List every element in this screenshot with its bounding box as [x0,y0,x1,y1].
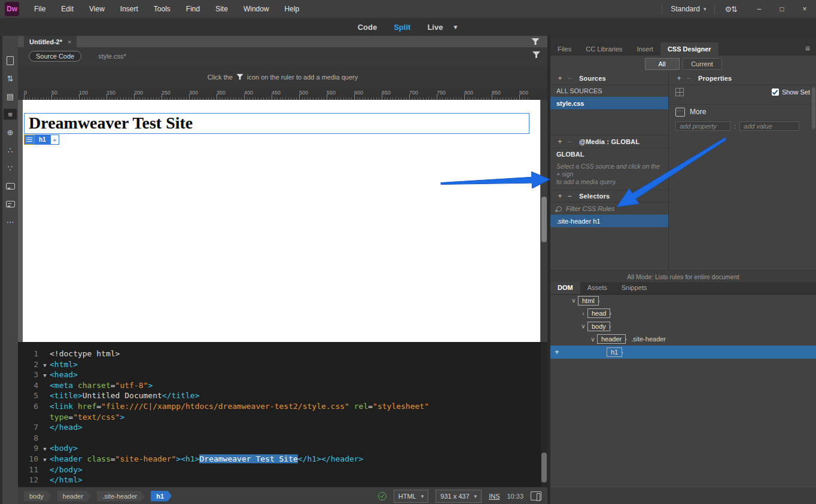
live-source-icon[interactable]: ▤ [4,91,17,102]
panel-tab-css-designer[interactable]: CSS Designer [660,42,718,56]
code-line[interactable]: type="text/css"> [18,412,547,423]
doctype-select[interactable]: HTML▾ [394,490,428,503]
selector-item-site-header-h1[interactable]: .site-header h1 [550,215,668,227]
remove-selector-button[interactable]: − [566,192,573,200]
menu-insert[interactable]: Insert [112,5,146,13]
fold-arrow-icon[interactable]: ▼ [40,455,50,466]
remove-source-button[interactable]: − [566,74,573,83]
tag-selector-header[interactable]: header [57,491,91,502]
dom-node-h1[interactable]: +h1› [550,346,816,359]
view-mode-code[interactable]: Code [358,23,377,32]
layout-category-icon[interactable] [675,88,684,96]
source-item-all[interactable]: ALL SOURCES [550,84,668,97]
code-line[interactable]: 9▼<body> [18,443,547,454]
format-source-icon[interactable]: ≡ [4,109,17,120]
add-media-button[interactable]: + [556,138,564,146]
css-mode-all[interactable]: All [645,58,680,70]
menu-tools[interactable]: Tools [146,5,178,13]
panel-tab-files[interactable]: Files [550,42,578,56]
expander-icon[interactable]: ∨ [579,323,587,329]
view-mode-split[interactable]: Split [394,23,410,32]
remove-media-button[interactable]: − [566,138,573,146]
expander-icon[interactable]: ∨ [589,336,597,343]
close-button[interactable]: × [793,2,816,16]
add-element-button[interactable]: + [50,135,59,145]
panel-tab-cc-libraries[interactable]: CC Libraries [578,42,629,56]
add-property-button[interactable]: + [675,74,683,83]
panel-menu-icon[interactable]: ≡ [805,44,816,56]
element-menu-icon[interactable] [24,135,35,145]
add-source-button[interactable]: + [556,74,564,83]
code-line[interactable]: 10▼<header class="site-header"><h1>Dream… [18,454,547,465]
comment-icon[interactable] [4,181,17,191]
source-item-stylecss[interactable]: style.css [550,97,668,109]
menu-window[interactable]: Window [236,5,277,13]
filter-funnel-icon[interactable] [532,51,540,59]
code-line[interactable]: 6<link href="file:///C|/xampp/htdocs/dre… [18,401,547,412]
show-set-toggle[interactable]: Show Set [772,88,810,96]
design-scrollbar-thumb[interactable] [541,197,547,242]
code-line[interactable]: 3▼<head> [18,369,547,380]
menu-edit[interactable]: Edit [53,5,81,13]
more-options-icon[interactable]: ⋯ [4,216,17,227]
menu-find[interactable]: Find [178,5,208,13]
design-canvas[interactable]: Dreamweaver Test Site h1 + [23,100,540,342]
code-line[interactable]: 5<title>Untitled Document</title> [18,390,547,401]
menu-help[interactable]: Help [277,5,307,13]
sync-settings-icon[interactable]: ⚙⇅ [721,5,741,14]
related-file-stylecss[interactable]: style.css* [98,53,126,60]
view-mode-live[interactable]: Live [427,23,443,32]
file-transfer-icon[interactable]: ⇅ [4,73,17,84]
code-scrollbar[interactable] [541,342,547,487]
code-view[interactable]: 1<!doctype html>2▼<html>3▼<head>4<meta c… [18,342,547,487]
design-scrollbar[interactable] [541,100,547,342]
show-set-checkbox[interactable] [772,88,779,96]
code-line[interactable]: 2▼<html> [18,359,547,370]
document-tab[interactable]: Untitled-2* × [24,36,77,47]
snippets-icon[interactable]: ∵ [4,163,17,173]
code-line[interactable]: 8 [18,433,547,444]
expander-icon[interactable]: › [579,310,587,317]
tag-selector-site-header[interactable]: .site-header [97,491,145,502]
dom-node-head[interactable]: ›head› [550,307,816,320]
insert-mode-indicator[interactable]: INS [489,493,500,500]
panel-tab-insert[interactable]: Insert [629,42,660,56]
tag-selector-h1[interactable]: h1 [151,491,172,502]
selector-filter[interactable]: Filter CSS Rules [550,202,668,215]
dom-node-header[interactable]: ∨header›.site-header [550,333,816,346]
code-scrollbar-thumb[interactable] [541,453,547,482]
properties-scrollbar-thumb[interactable] [812,87,815,129]
code-line[interactable]: 7</head> [18,422,547,433]
extract-icon[interactable]: ∴ [4,145,17,155]
add-selector-button[interactable]: + [556,192,564,200]
workspace-switcher[interactable]: Standard ▾ [668,5,708,13]
add-property-input[interactable]: add property [675,121,730,131]
code-line[interactable]: 4<meta charset="utf-8"> [18,380,547,391]
window-size-select[interactable]: 931 x 437▾ [436,490,482,503]
comment-off-icon[interactable] [4,198,17,209]
expander-icon[interactable]: ∨ [570,297,578,304]
remove-property-button[interactable]: − [685,74,692,83]
code-line[interactable]: 1<!doctype html> [18,349,547,359]
dom-tab-dom[interactable]: DOM [550,282,580,294]
dom-node-html[interactable]: ∨html› [550,294,816,307]
source-code-button[interactable]: Source Code [29,51,81,62]
menu-view[interactable]: View [81,5,112,13]
element-tag-badge[interactable]: h1 [35,135,50,145]
css-mode-current[interactable]: Current [683,58,722,70]
code-line[interactable]: 12</html> [18,475,547,485]
new-file-icon[interactable] [4,55,17,66]
horizontal-ruler[interactable]: 0501001502002503003504004505005506006507… [18,89,547,100]
media-query-marker-icon[interactable] [531,38,540,45]
dom-tab-snippets[interactable]: Snippets [614,282,654,294]
dom-tab-assets[interactable]: Assets [580,282,614,294]
inspect-icon[interactable]: ⊕ [4,127,17,138]
maximize-button[interactable]: □ [771,2,793,16]
dom-node-body[interactable]: ∨body› [550,320,816,333]
add-element-icon[interactable]: + [555,347,559,356]
menu-site[interactable]: Site [208,5,236,13]
chevron-down-icon[interactable]: ▼ [452,24,458,30]
tag-selector-body[interactable]: body [24,491,51,502]
close-icon[interactable]: × [68,38,71,45]
selected-element-outline[interactable]: Dreamweaver Test Site [24,113,529,134]
